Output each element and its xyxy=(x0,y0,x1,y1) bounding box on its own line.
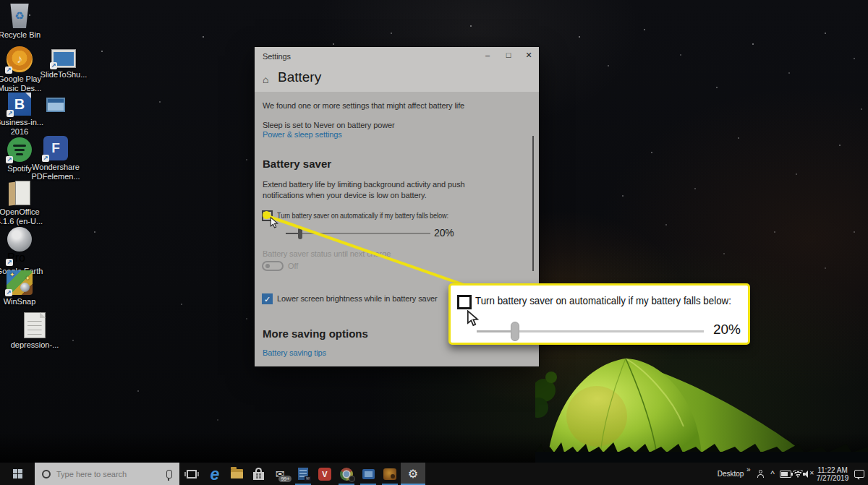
taskbar-app-movies[interactable] xyxy=(357,463,379,485)
desktop-icon-depression-doc[interactable]: depression-... xyxy=(6,312,64,350)
annotation-callout: Turn battery saver on automatically if m… xyxy=(448,283,750,345)
business-in-a-box-icon: B ↗ xyxy=(8,93,31,116)
movies-app-icon xyxy=(362,469,375,479)
openoffice-icon xyxy=(9,181,30,205)
action-center-button[interactable] xyxy=(851,463,868,485)
checkmark-icon: ✓ xyxy=(264,295,271,304)
chevron-up-icon: ^ xyxy=(770,469,775,479)
callout-battery-saver-label: Turn battery saver on automatically if m… xyxy=(475,295,731,306)
unnamed-app-icon xyxy=(46,98,65,112)
taskbar: e ✉ 99+ ✉ V xyxy=(0,463,868,485)
task-view-button[interactable] xyxy=(181,463,203,485)
taskbar-app-store[interactable] xyxy=(247,463,269,485)
battery-saver-auto-label: Turn battery saver on automatically if m… xyxy=(277,211,485,220)
taskbar-app-vivaldi[interactable]: V xyxy=(314,463,336,485)
chrome-icon xyxy=(340,468,353,481)
battery-saving-tips-link[interactable]: Battery saving tips xyxy=(263,348,326,357)
tray-time: 11:22 AM xyxy=(817,466,848,474)
callout-battery-saver-checkbox[interactable] xyxy=(457,295,472,309)
store-icon xyxy=(253,472,264,480)
task-view-icon xyxy=(187,470,197,478)
document-icon xyxy=(24,312,46,338)
battery-level-slider-track[interactable] xyxy=(286,233,430,234)
shortcut-arrow-icon: ↗ xyxy=(5,66,12,74)
taskbar-app-winsnap[interactable] xyxy=(379,463,401,485)
desktop-icon-label: SlideToShu... xyxy=(35,70,93,80)
wallpaper-tent xyxy=(535,338,868,463)
action-center-icon xyxy=(854,470,864,478)
desktop-icon-recycle-bin[interactable]: ♻ Recycle Bin xyxy=(0,4,48,40)
desktop-icon-wondershare-pdfelement[interactable]: F ↗ Wondershare PDFelemen... xyxy=(27,136,85,181)
search-input[interactable] xyxy=(55,469,166,479)
battery-saver-status-value: Off xyxy=(288,262,298,270)
lower-brightness-label: Lower screen brightness while in battery… xyxy=(277,294,438,303)
mouse-cursor-large xyxy=(467,310,479,327)
tray-volume-button[interactable]: ✕ xyxy=(801,463,816,485)
mail-icon: ✉ 99+ xyxy=(276,468,285,481)
battery-saver-status-toggle[interactable] xyxy=(262,261,284,271)
mail-client-icon: ✉ xyxy=(298,468,308,480)
tray-people-button[interactable] xyxy=(754,463,767,485)
callout-slider-fill xyxy=(477,330,513,332)
google-play-music-icon: ♪ ↗ xyxy=(7,46,33,72)
desktop-icon-business-in-a-box[interactable]: B ↗ Business-in... 2016 xyxy=(0,93,48,137)
shortcut-arrow-icon: ↗ xyxy=(50,62,57,69)
desktop-icon-label: Recycle Bin xyxy=(0,30,48,40)
shortcut-arrow-icon: ↗ xyxy=(7,110,14,117)
microphone-icon[interactable] xyxy=(166,470,172,478)
maximize-button[interactable]: □ xyxy=(501,49,516,61)
sleep-status-text: Sleep is set to Never on battery power xyxy=(263,121,395,129)
speaker-muted-icon: ✕ xyxy=(803,471,814,478)
desktop-icon-label: WinSnap xyxy=(0,297,48,306)
desktop-icon-label: Business-in... 2016 xyxy=(0,118,48,137)
home-icon[interactable]: ⌂ xyxy=(263,74,268,85)
taskbar-search-box[interactable] xyxy=(35,463,179,485)
edge-icon: e xyxy=(210,465,220,484)
desktop-icon-label: OpenOffice 4.1.6 (en-U... xyxy=(0,207,48,226)
google-earth-icon: ↗ Pro xyxy=(7,227,32,265)
desktop-icon-label: depression-... xyxy=(6,340,64,350)
tray-overflow-chevrons[interactable]: » xyxy=(746,465,751,473)
desktop-icon-label: Wondershare PDFelemen... xyxy=(27,163,85,181)
page-title: Battery xyxy=(278,69,321,85)
tray-hidden-icons-button[interactable]: ^ xyxy=(767,463,778,485)
tray-date: 7/27/2019 xyxy=(817,474,849,482)
recycle-bin-icon: ♻ xyxy=(9,4,30,28)
power-sleep-settings-link[interactable]: Power & sleep settings xyxy=(263,130,342,139)
file-explorer-icon xyxy=(231,469,243,478)
more-saving-options-heading: More saving options xyxy=(263,327,368,340)
taskbar-app-chrome[interactable] xyxy=(336,463,357,485)
gear-icon: ⚙ xyxy=(408,467,418,481)
taskbar-app-edge[interactable]: e xyxy=(204,463,226,485)
desktop-icon-slidetoshow[interactable]: ↗ SlideToShu... xyxy=(35,49,93,80)
window-scrollbar[interactable] xyxy=(532,136,534,271)
desktop-icon-winsnap[interactable]: ✦✦ ↗ WinSnap xyxy=(0,270,48,306)
settings-notice: We found one or more settings that might… xyxy=(263,101,501,110)
taskbar-app-settings-active[interactable]: ⚙ xyxy=(401,463,425,485)
winsnap-taskbar-icon xyxy=(383,468,396,480)
mouse-cursor-small xyxy=(270,217,278,229)
desktop-icon-openoffice[interactable]: OpenOffice 4.1.6 (en-U... xyxy=(0,181,48,226)
window-title: Settings xyxy=(263,52,291,61)
callout-slider-value: 20% xyxy=(713,322,741,338)
desktop-icon-unnamed-app[interactable] xyxy=(46,98,65,112)
mail-unread-badge: 99+ xyxy=(278,476,292,482)
people-icon xyxy=(757,470,765,478)
cortana-icon xyxy=(42,470,51,478)
tray-clock[interactable]: 11:22 AM 7/27/2019 xyxy=(814,463,851,485)
winsnap-icon: ✦✦ ↗ xyxy=(7,270,33,295)
taskbar-app-file-explorer[interactable] xyxy=(226,463,247,485)
vivaldi-icon: V xyxy=(318,468,331,481)
callout-slider-handle[interactable] xyxy=(511,322,519,341)
tray-battery-button[interactable] xyxy=(778,463,793,485)
battery-saver-heading: Battery saver xyxy=(263,158,331,170)
slidetoshow-icon: ↗ xyxy=(51,49,76,68)
tray-desktop-label[interactable]: Desktop xyxy=(715,463,746,485)
shortcut-arrow-icon: ↗ xyxy=(6,259,13,266)
close-button[interactable]: ✕ xyxy=(522,49,536,61)
minimize-button[interactable]: – xyxy=(480,49,495,61)
start-button[interactable] xyxy=(0,463,35,485)
taskbar-app-mail[interactable]: ✉ 99+ xyxy=(269,463,291,485)
lower-brightness-checkbox[interactable]: ✓ xyxy=(262,293,273,304)
taskbar-app-mail-client[interactable]: ✉ xyxy=(292,463,314,485)
